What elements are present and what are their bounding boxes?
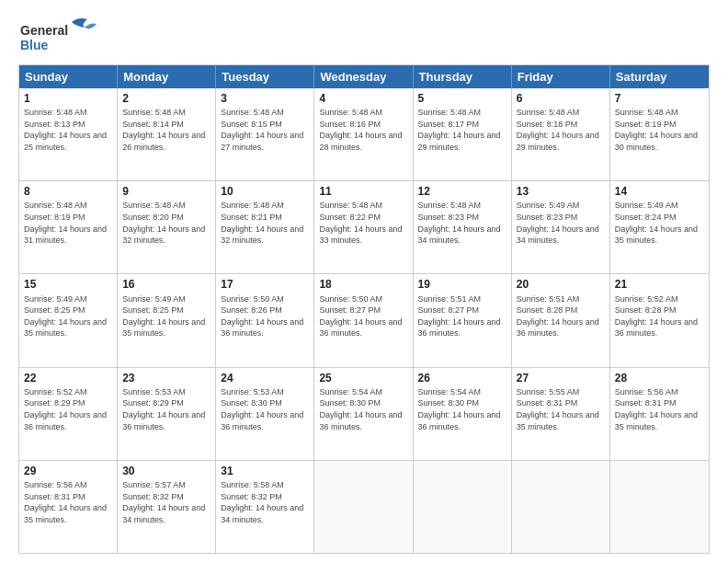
calendar-cell xyxy=(610,461,709,553)
day-number: 18 xyxy=(319,277,407,292)
cell-content: Sunrise: 5:50 AM Sunset: 8:26 PM Dayligh… xyxy=(221,293,309,339)
calendar-cell: 16 Sunrise: 5:49 AM Sunset: 8:25 PM Dayl… xyxy=(118,274,216,366)
calendar-cell: 29 Sunrise: 5:56 AM Sunset: 8:31 PM Dayl… xyxy=(19,461,118,553)
cell-content: Sunrise: 5:55 AM Sunset: 8:31 PM Dayligh… xyxy=(517,386,605,432)
cell-content: Sunrise: 5:48 AM Sunset: 8:22 PM Dayligh… xyxy=(319,200,407,246)
cell-content: Sunrise: 5:48 AM Sunset: 8:21 PM Dayligh… xyxy=(221,200,309,246)
calendar-cell: 28 Sunrise: 5:56 AM Sunset: 8:31 PM Dayl… xyxy=(610,368,709,460)
day-number: 21 xyxy=(615,277,704,292)
calendar-cell: 14 Sunrise: 5:49 AM Sunset: 8:24 PM Dayl… xyxy=(610,181,709,273)
day-number: 28 xyxy=(615,371,704,385)
cell-content: Sunrise: 5:48 AM Sunset: 8:19 PM Dayligh… xyxy=(24,200,112,246)
calendar-cell: 6 Sunrise: 5:48 AM Sunset: 8:18 PM Dayli… xyxy=(512,88,610,180)
day-number: 10 xyxy=(221,184,309,199)
cell-content: Sunrise: 5:56 AM Sunset: 8:31 PM Dayligh… xyxy=(615,386,704,432)
cell-content: Sunrise: 5:56 AM Sunset: 8:31 PM Dayligh… xyxy=(24,479,112,525)
calendar-cell: 21 Sunrise: 5:52 AM Sunset: 8:28 PM Dayl… xyxy=(610,274,709,366)
cell-content: Sunrise: 5:48 AM Sunset: 8:15 PM Dayligh… xyxy=(221,107,309,153)
cell-content: Sunrise: 5:51 AM Sunset: 8:28 PM Dayligh… xyxy=(517,293,605,339)
cell-content: Sunrise: 5:57 AM Sunset: 8:32 PM Dayligh… xyxy=(122,479,210,525)
day-number: 24 xyxy=(221,371,309,385)
calendar-cell: 31 Sunrise: 5:58 AM Sunset: 8:32 PM Dayl… xyxy=(216,461,314,553)
cell-content: Sunrise: 5:48 AM Sunset: 8:23 PM Dayligh… xyxy=(418,200,506,246)
day-number: 30 xyxy=(122,464,210,478)
day-number: 4 xyxy=(319,91,407,106)
day-number: 7 xyxy=(615,91,704,106)
day-number: 1 xyxy=(24,91,112,106)
calendar-cell: 19 Sunrise: 5:51 AM Sunset: 8:27 PM Dayl… xyxy=(414,274,512,366)
cell-content: Sunrise: 5:49 AM Sunset: 8:23 PM Dayligh… xyxy=(517,200,605,246)
day-number: 17 xyxy=(221,277,309,292)
calendar-row: 1 Sunrise: 5:48 AM Sunset: 8:13 PM Dayli… xyxy=(19,88,709,180)
calendar-cell xyxy=(314,461,413,553)
calendar-cell: 27 Sunrise: 5:55 AM Sunset: 8:31 PM Dayl… xyxy=(512,368,610,460)
day-number: 2 xyxy=(122,91,210,106)
calendar-header: SundayMondayTuesdayWednesdayThursdayFrid… xyxy=(19,65,709,88)
day-number: 20 xyxy=(517,277,605,292)
calendar-row: 29 Sunrise: 5:56 AM Sunset: 8:31 PM Dayl… xyxy=(19,460,709,553)
calendar-cell: 3 Sunrise: 5:48 AM Sunset: 8:15 PM Dayli… xyxy=(216,88,314,180)
header: General Blue xyxy=(18,15,710,55)
calendar-cell: 1 Sunrise: 5:48 AM Sunset: 8:13 PM Dayli… xyxy=(19,88,118,180)
cell-content: Sunrise: 5:48 AM Sunset: 8:18 PM Dayligh… xyxy=(517,107,605,153)
calendar-row: 22 Sunrise: 5:52 AM Sunset: 8:29 PM Dayl… xyxy=(19,367,709,460)
day-number: 19 xyxy=(418,277,506,292)
calendar-cell: 30 Sunrise: 5:57 AM Sunset: 8:32 PM Dayl… xyxy=(118,461,216,553)
day-number: 15 xyxy=(24,277,112,292)
logo: General Blue xyxy=(18,15,101,55)
day-number: 5 xyxy=(418,91,506,106)
cell-content: Sunrise: 5:48 AM Sunset: 8:14 PM Dayligh… xyxy=(122,107,210,153)
calendar-cell: 17 Sunrise: 5:50 AM Sunset: 8:26 PM Dayl… xyxy=(216,274,314,366)
calendar-cell: 13 Sunrise: 5:49 AM Sunset: 8:23 PM Dayl… xyxy=(512,181,610,273)
calendar-cell: 7 Sunrise: 5:48 AM Sunset: 8:19 PM Dayli… xyxy=(610,88,709,180)
cell-content: Sunrise: 5:48 AM Sunset: 8:19 PM Dayligh… xyxy=(615,107,704,153)
weekday-header: Saturday xyxy=(610,65,709,88)
weekday-header: Sunday xyxy=(19,65,118,88)
cell-content: Sunrise: 5:52 AM Sunset: 8:29 PM Dayligh… xyxy=(24,386,112,432)
weekday-header: Thursday xyxy=(414,65,512,88)
logo-svg: General Blue xyxy=(18,15,101,55)
day-number: 27 xyxy=(517,371,605,385)
calendar-cell: 12 Sunrise: 5:48 AM Sunset: 8:23 PM Dayl… xyxy=(414,181,512,273)
cell-content: Sunrise: 5:48 AM Sunset: 8:16 PM Dayligh… xyxy=(319,107,407,153)
cell-content: Sunrise: 5:49 AM Sunset: 8:25 PM Dayligh… xyxy=(122,293,210,339)
cell-content: Sunrise: 5:50 AM Sunset: 8:27 PM Dayligh… xyxy=(319,293,407,339)
day-number: 6 xyxy=(517,91,605,106)
cell-content: Sunrise: 5:53 AM Sunset: 8:30 PM Dayligh… xyxy=(221,386,309,432)
calendar-cell: 24 Sunrise: 5:53 AM Sunset: 8:30 PM Dayl… xyxy=(216,368,314,460)
calendar-cell: 9 Sunrise: 5:48 AM Sunset: 8:20 PM Dayli… xyxy=(118,181,216,273)
cell-content: Sunrise: 5:58 AM Sunset: 8:32 PM Dayligh… xyxy=(221,479,309,525)
calendar-cell xyxy=(414,461,512,553)
day-number: 29 xyxy=(24,464,112,478)
cell-content: Sunrise: 5:51 AM Sunset: 8:27 PM Dayligh… xyxy=(418,293,506,339)
calendar: SundayMondayTuesdayWednesdayThursdayFrid… xyxy=(18,64,710,554)
cell-content: Sunrise: 5:48 AM Sunset: 8:17 PM Dayligh… xyxy=(418,107,506,153)
day-number: 31 xyxy=(221,464,309,478)
calendar-cell: 25 Sunrise: 5:54 AM Sunset: 8:30 PM Dayl… xyxy=(314,368,413,460)
day-number: 25 xyxy=(319,371,407,385)
weekday-header: Wednesday xyxy=(314,65,413,88)
calendar-cell: 23 Sunrise: 5:53 AM Sunset: 8:29 PM Dayl… xyxy=(118,368,216,460)
calendar-cell: 5 Sunrise: 5:48 AM Sunset: 8:17 PM Dayli… xyxy=(414,88,512,180)
cell-content: Sunrise: 5:49 AM Sunset: 8:25 PM Dayligh… xyxy=(24,293,112,339)
weekday-header: Tuesday xyxy=(216,65,314,88)
cell-content: Sunrise: 5:49 AM Sunset: 8:24 PM Dayligh… xyxy=(615,200,704,246)
day-number: 26 xyxy=(418,371,506,385)
weekday-header: Monday xyxy=(118,65,216,88)
calendar-cell: 26 Sunrise: 5:54 AM Sunset: 8:30 PM Dayl… xyxy=(414,368,512,460)
calendar-cell: 2 Sunrise: 5:48 AM Sunset: 8:14 PM Dayli… xyxy=(118,88,216,180)
calendar-row: 15 Sunrise: 5:49 AM Sunset: 8:25 PM Dayl… xyxy=(19,273,709,366)
cell-content: Sunrise: 5:54 AM Sunset: 8:30 PM Dayligh… xyxy=(319,386,407,432)
day-number: 22 xyxy=(24,371,112,385)
calendar-cell: 8 Sunrise: 5:48 AM Sunset: 8:19 PM Dayli… xyxy=(19,181,118,273)
day-number: 8 xyxy=(24,184,112,199)
cell-content: Sunrise: 5:53 AM Sunset: 8:29 PM Dayligh… xyxy=(122,386,210,432)
day-number: 13 xyxy=(517,184,605,199)
cell-content: Sunrise: 5:54 AM Sunset: 8:30 PM Dayligh… xyxy=(418,386,506,432)
calendar-cell: 4 Sunrise: 5:48 AM Sunset: 8:16 PM Dayli… xyxy=(314,88,413,180)
day-number: 11 xyxy=(319,184,407,199)
svg-text:General: General xyxy=(20,23,68,38)
calendar-cell: 18 Sunrise: 5:50 AM Sunset: 8:27 PM Dayl… xyxy=(314,274,413,366)
calendar-body: 1 Sunrise: 5:48 AM Sunset: 8:13 PM Dayli… xyxy=(19,88,709,553)
calendar-row: 8 Sunrise: 5:48 AM Sunset: 8:19 PM Dayli… xyxy=(19,180,709,273)
